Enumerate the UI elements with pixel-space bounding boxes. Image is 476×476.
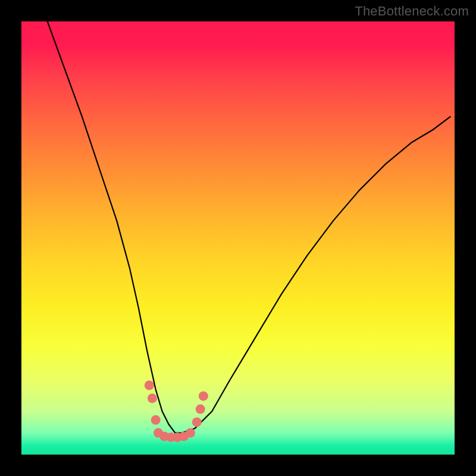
curve-marker	[192, 417, 202, 427]
chart-frame: TheBottleneck.com	[0, 0, 476, 476]
plot-area	[21, 21, 455, 455]
curve-marker	[186, 428, 195, 438]
curve-marker	[145, 381, 154, 390]
curve-layer	[21, 21, 455, 455]
curve-marker	[148, 393, 157, 403]
bottleneck-curve	[48, 21, 450, 433]
curve-marker	[199, 392, 208, 401]
curve-marker	[151, 415, 161, 425]
curve-marker	[196, 405, 205, 414]
watermark-text: TheBottleneck.com	[355, 4, 469, 19]
